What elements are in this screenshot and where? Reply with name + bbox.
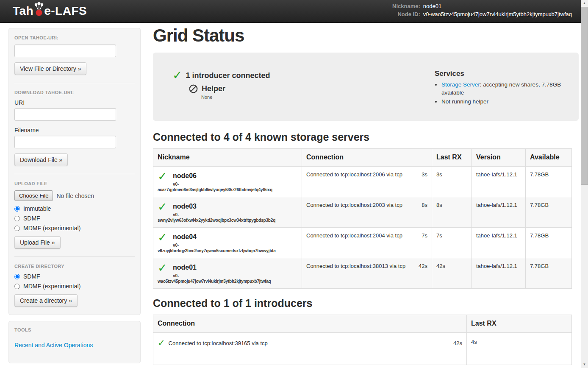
sidebar: OPEN TAHOE-URI: View File or Directory »…: [8, 28, 141, 363]
upload-file-button[interactable]: Upload File »: [14, 236, 61, 249]
col-available: Available: [526, 149, 572, 167]
services-section: Services Storage Server: accepting new s…: [435, 70, 570, 106]
node-id: swny2viyw63ofxwi4x2yykd2woqjbpx3cw34xtri…: [158, 218, 297, 223]
introducer-row: ✓ Connected to tcp:localhost:39165 via t…: [153, 333, 572, 365]
node-id-label: Node ID:: [392, 11, 420, 18]
col-last-rx: Last RX: [467, 315, 572, 333]
node-id-value: v0-wao5tzv45pmoju47jow7rvl4ukirjm5ytbh2k…: [423, 11, 572, 18]
helper-title: Helper: [202, 84, 225, 93]
col-last-rx: Last RX: [432, 149, 472, 167]
file-status-text: No file chosen: [56, 192, 94, 199]
create-directory-section: CREATE DIRECTORY SDMF MDMF (experimental…: [14, 256, 135, 315]
service-item-helper: Not running helper: [441, 98, 569, 106]
service-item-storage: Storage Server: accepting new shares, 7.…: [441, 81, 569, 97]
dir-option-mdmf[interactable]: MDMF (experimental): [14, 283, 135, 290]
storage-row-node04: ✓ node04 v0- v6zuyjkbrrkqy2bvc2cny7qwax5…: [153, 228, 572, 258]
connected-check-icon: ✓: [158, 262, 169, 273]
open-uri-input[interactable]: [14, 45, 116, 57]
create-directory-label: CREATE DIRECTORY: [14, 264, 135, 269]
node-id: acaz7qptmeo6m3asjlgkb6iwlyuqey53hz26tbdm…: [158, 187, 297, 192]
scroll-down-arrow[interactable]: ▼: [581, 361, 588, 368]
introducers-table: Connection Last RX ✓ Connected to tcp:lo…: [153, 315, 572, 365]
uri-field-label: URI: [14, 99, 135, 106]
filename-input[interactable]: [14, 136, 116, 148]
dir-sdmf-radio[interactable]: [14, 274, 20, 279]
upload-option-mdmf[interactable]: MDMF (experimental): [14, 225, 135, 231]
node-id: v6zuyjkbrrkqy2bvc2cny7qwax5sxumedsxfzfjw…: [158, 248, 297, 253]
choose-file-button[interactable]: Choose File: [14, 190, 53, 201]
connected-check-icon: ✓: [158, 339, 165, 348]
connected-check-icon: ✓: [158, 201, 169, 212]
col-nickname: Nickname: [153, 149, 302, 167]
main-content: Grid Status ✓ 1 introducer connected Hel…: [153, 23, 579, 368]
connected-check-icon: ✓: [158, 231, 169, 243]
download-uri-section: DOWNLOAD TAHOE-URI: URI Filename Downloa…: [14, 83, 135, 174]
immutable-radio[interactable]: [14, 206, 20, 212]
storage-server-link[interactable]: Storage Server: [441, 81, 480, 88]
open-uri-section: OPEN TAHOE-URI: View File or Directory »: [14, 28, 135, 83]
storage-servers-heading: Connected to 4 of 4 known storage server…: [153, 131, 579, 143]
dir-option-sdmf[interactable]: SDMF: [14, 273, 135, 280]
status-well: ✓ 1 introducer connected Helper None Ser…: [153, 53, 579, 121]
upload-file-section: UPLOAD FILE Choose File No file chosen I…: [14, 174, 135, 256]
upload-option-sdmf[interactable]: SDMF: [14, 215, 135, 222]
download-file-button[interactable]: Download File »: [14, 153, 68, 166]
status-summary: ✓ 1 introducer connected Helper None: [172, 70, 435, 106]
col-version: Version: [472, 149, 526, 167]
tools-panel: TOOLS Recent and Active Operations: [8, 321, 141, 363]
check-icon: ✓: [172, 70, 182, 81]
brand-text-post: e-LAFS: [44, 4, 87, 18]
storage-row-node06: ✓ node06 v0- acaz7qptmeo6m3asjlgkb6iwlyu…: [153, 167, 572, 197]
open-uri-label: OPEN TAHOE-URI:: [14, 35, 135, 40]
introducer-status-text: 1 introducer connected: [186, 71, 270, 80]
services-title: Services: [435, 70, 569, 78]
tahoe-logo-icon: [33, 2, 44, 17]
upload-option-immutable[interactable]: Immutable: [14, 205, 135, 212]
page-title: Grid Status: [153, 25, 579, 46]
download-uri-input[interactable]: [14, 108, 116, 121]
upload-mdmf-radio[interactable]: [14, 226, 20, 231]
introducers-heading: Connected to 1 of 1 introducers: [153, 297, 579, 309]
filename-field-label: Filename: [14, 127, 135, 134]
col-connection: Connection: [302, 149, 432, 167]
top-navbar: Tah e-LAFS Nickname: node01 Node ID: v0-…: [0, 0, 588, 23]
nickname-label: Nickname:: [392, 3, 420, 10]
upload-sdmf-radio[interactable]: [14, 216, 20, 221]
connected-check-icon: ✓: [158, 170, 169, 182]
brand-logo[interactable]: Tah e-LAFS: [13, 4, 87, 18]
no-helper-icon: [189, 84, 198, 94]
sidebar-forms-panel: OPEN TAHOE-URI: View File or Directory »…: [8, 28, 141, 315]
node-id: wao5tzv45pmoju47jow7rvl4ukirjm5ytbh2kjty…: [158, 279, 297, 284]
introducers-table-header: Connection Last RX: [153, 315, 572, 333]
upload-file-label: UPLOAD FILE: [14, 181, 135, 186]
brand-text-pre: Tah: [13, 4, 33, 18]
scroll-up-arrow[interactable]: ▲: [581, 0, 588, 7]
nickname-value: node01: [423, 3, 572, 10]
storage-row-node01: ✓ node01 v0- wao5tzv45pmoju47jow7rvl4uki…: [153, 258, 572, 289]
scrollbar-thumb[interactable]: [581, 7, 588, 185]
storage-table-header: Nickname Connection Last RX Version Avai…: [153, 149, 572, 167]
tools-label: TOOLS: [14, 327, 135, 332]
recent-operations-link[interactable]: Recent and Active Operations: [14, 342, 93, 348]
create-directory-button[interactable]: Create a directory »: [14, 294, 78, 307]
helper-value: None: [201, 95, 435, 100]
view-file-button[interactable]: View File or Directory »: [14, 62, 86, 75]
storage-servers-table: Nickname Connection Last RX Version Avai…: [153, 148, 572, 289]
download-uri-label: DOWNLOAD TAHOE-URI:: [14, 90, 135, 95]
col-connection: Connection: [153, 315, 467, 333]
vertical-scrollbar[interactable]: ▲ ▼: [581, 0, 588, 368]
storage-row-node03: ✓ node03 v0- swny2viyw63ofxwi4x2yykd2woq…: [153, 197, 572, 228]
node-identity: Nickname: node01 Node ID: v0-wao5tzv45pm…: [392, 3, 572, 18]
dir-mdmf-radio[interactable]: [14, 284, 20, 289]
